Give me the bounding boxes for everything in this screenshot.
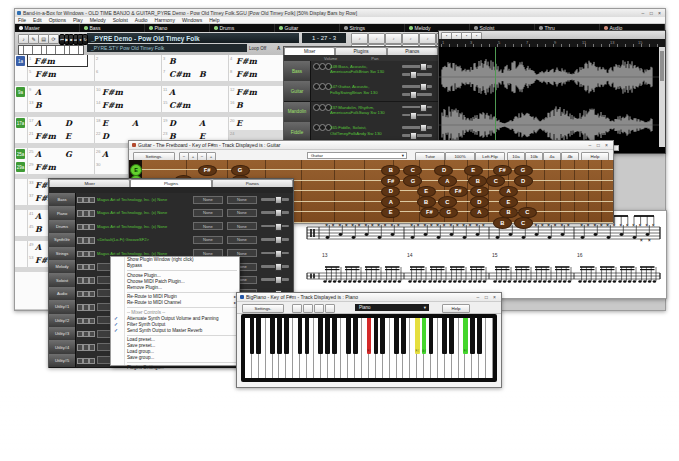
panel-slider-thumb[interactable] xyxy=(275,276,282,284)
trackbar-guitar[interactable]: Guitar xyxy=(275,24,340,32)
panel-tab-pianos[interactable]: Pianos xyxy=(212,179,293,187)
panel-plugin-slot1[interactable]: Magus Art of Technology, Inc. (x) None xyxy=(97,222,189,230)
black-key-33[interactable] xyxy=(477,318,482,354)
audio-timeline-ruler[interactable]: 13579111315 xyxy=(439,39,665,47)
panel-slot-button[interactable] xyxy=(89,251,95,257)
panel-slider[interactable] xyxy=(261,252,289,255)
main-window-controls[interactable]: – □ × xyxy=(642,10,664,16)
black-key-7[interactable] xyxy=(298,318,303,354)
audio-vertical-scrollbar[interactable] xyxy=(659,47,665,147)
mixer-slider[interactable] xyxy=(402,73,432,76)
piano-titlebar[interactable]: BigPiano - Key of F#m - Track Displayed … xyxy=(237,293,501,302)
part-marker-29a[interactable]: 29a xyxy=(16,162,25,172)
chord-cell-bar-1[interactable]: 1F#m xyxy=(27,55,94,68)
chord-cell-bar-2[interactable]: 2 xyxy=(94,55,161,68)
mixer-tab-pianos[interactable]: Pianos xyxy=(387,47,438,55)
chord-cell-bar-14[interactable]: 14F#m xyxy=(94,99,161,112)
menu-item-13[interactable]: ✓Send Synth Output to Master Reverb xyxy=(111,327,239,333)
key-label[interactable]: A xyxy=(277,46,280,51)
mixer-slider-thumb[interactable] xyxy=(410,91,417,99)
piano-mini-button-0[interactable] xyxy=(292,304,302,313)
chord-cell-bar-19[interactable]: 19DA xyxy=(161,117,228,130)
piano-window-controls[interactable]: – □ × xyxy=(477,294,499,300)
menu-help[interactable]: Help xyxy=(209,17,219,23)
menu-item-1[interactable]: Bypass xyxy=(111,263,239,269)
black-key-12[interactable] xyxy=(332,318,337,354)
panel-slider-thumb[interactable] xyxy=(275,223,282,231)
mixer-slider[interactable] xyxy=(402,126,432,129)
black-key-14[interactable] xyxy=(346,318,351,354)
piano-mini-button-1[interactable] xyxy=(303,304,313,313)
trackbar-strings[interactable]: Strings xyxy=(340,24,405,32)
fretboard-track-dropdown[interactable]: Guitar ▾ xyxy=(307,152,407,159)
mixer-slider-thumb[interactable] xyxy=(420,124,427,132)
mixer-slider-thumb[interactable] xyxy=(420,63,427,71)
part-marker-9a[interactable]: 9a xyxy=(16,87,25,97)
mixer-slider[interactable] xyxy=(402,134,432,137)
panel-plugin-slot2[interactable]: None xyxy=(193,209,223,217)
panel-slot-button[interactable] xyxy=(89,237,95,243)
black-key-21[interactable] xyxy=(394,318,399,354)
mixer-slider[interactable] xyxy=(402,65,432,68)
trackbar-bass[interactable]: Bass xyxy=(80,24,145,32)
part-marker-1a[interactable]: 1a xyxy=(16,56,25,66)
mixer-slider-thumb[interactable] xyxy=(420,104,427,112)
part-marker-17a[interactable]: 17a xyxy=(16,118,25,128)
chord-cell-bar-9[interactable]: 9A xyxy=(27,86,94,99)
loop-label[interactable]: Loop Off xyxy=(249,46,266,51)
mixer-slider-thumb[interactable] xyxy=(410,132,417,140)
panel-slider-thumb[interactable] xyxy=(275,196,282,204)
panel-slot-button[interactable] xyxy=(89,331,95,337)
menu-harmony[interactable]: Harmony xyxy=(155,17,175,23)
fretboard-window-controls[interactable]: – □ × xyxy=(589,142,611,148)
menu-soloist[interactable]: Soloist xyxy=(113,17,128,23)
panel-slot-button[interactable] xyxy=(89,318,95,324)
panel-slot-button[interactable] xyxy=(89,291,95,297)
black-key-10[interactable] xyxy=(318,318,323,354)
chord-cell-bar-15[interactable]: 15C#m xyxy=(161,99,228,112)
chord-cell-bar-10[interactable]: 10F#m xyxy=(94,86,161,99)
panel-slider[interactable] xyxy=(261,278,289,281)
mixer-slider[interactable] xyxy=(402,114,432,117)
trackbar-drums[interactable]: Drums xyxy=(210,24,275,32)
panel-tab-plugins[interactable]: Plugins xyxy=(130,179,211,187)
panel-plugin-slot3[interactable]: None xyxy=(227,196,257,204)
mixer-slider[interactable] xyxy=(402,93,432,96)
panel-plugin-slot2[interactable]: None xyxy=(193,236,223,244)
panel-slider-thumb[interactable] xyxy=(275,250,282,258)
black-key-1[interactable] xyxy=(256,318,261,354)
toolbar-icon-3[interactable]: ♪ xyxy=(402,33,419,44)
trackbar-master[interactable]: Master xyxy=(15,24,80,32)
black-key-15[interactable] xyxy=(353,318,358,354)
chord-cell-bar-21[interactable]: 21F#mE xyxy=(27,130,94,143)
black-key-29[interactable] xyxy=(449,318,454,354)
chord-cell-bar-7[interactable]: 7C#mB xyxy=(161,68,228,81)
panel-slider-thumb[interactable] xyxy=(275,209,282,217)
chord-cell-bar-5[interactable]: 5F#m xyxy=(27,68,94,81)
panel-plugin-slot3[interactable]: None xyxy=(227,209,257,217)
panel-slot-button[interactable] xyxy=(89,277,95,283)
toolbar-icon-0[interactable]: ♪ xyxy=(351,33,368,44)
panel-plugin-slot2[interactable]: None xyxy=(193,222,223,230)
menu-item-20[interactable]: Plugins Settings... xyxy=(111,364,239,370)
chord-cell-bar-11[interactable]: 11A xyxy=(161,86,228,99)
panel-slot-button[interactable] xyxy=(89,344,95,350)
black-key-5[interactable] xyxy=(284,318,289,354)
menu-options[interactable]: Options xyxy=(49,17,66,23)
chord-cell-bar-13[interactable]: 13B xyxy=(27,99,94,112)
transport-5[interactable]: ↻ xyxy=(82,34,88,45)
menu-item-18[interactable]: Save group... xyxy=(111,355,239,361)
menu-windows[interactable]: Windows xyxy=(182,17,202,23)
panel-plugin-slot2[interactable]: None xyxy=(193,196,223,204)
black-key-18[interactable] xyxy=(374,318,379,354)
main-titlebar[interactable]: Band-in-a-Box for Windows - OLD TIME BAN… xyxy=(15,9,665,17)
mixer-tab-mixer[interactable]: Mixer xyxy=(284,47,335,55)
panel-plugin-slot3[interactable]: None xyxy=(227,236,257,244)
panel-slider-thumb[interactable] xyxy=(275,263,282,271)
white-key-35[interactable] xyxy=(486,318,493,378)
panel-slot-button[interactable] xyxy=(89,358,95,364)
black-key-22[interactable] xyxy=(401,318,406,354)
panel-slot-button[interactable] xyxy=(89,197,95,203)
trackbar-piano[interactable]: Piano xyxy=(145,24,210,32)
highlighted-key-F#[interactable]: F# xyxy=(367,318,372,354)
